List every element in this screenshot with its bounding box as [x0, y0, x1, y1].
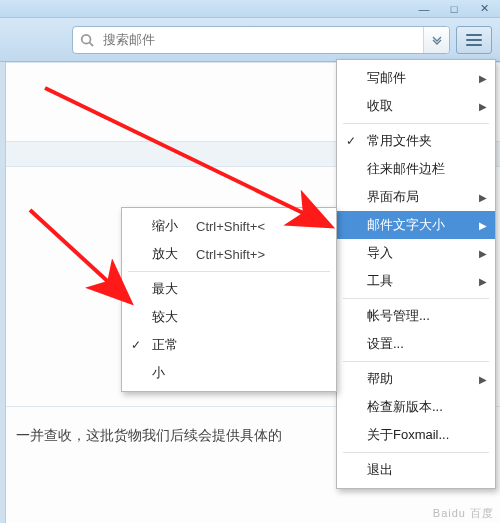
submenu-arrow-icon: ▶ [479, 73, 487, 84]
menu-item-label: 关于Foxmail... [367, 426, 449, 444]
menu-item[interactable]: 工具▶ [337, 267, 495, 295]
menu-item-label: 帮助 [367, 370, 393, 388]
menu-item[interactable]: 界面布局▶ [337, 183, 495, 211]
menu-item[interactable]: 关于Foxmail... [337, 421, 495, 449]
menu-item-label: 检查新版本... [367, 398, 443, 416]
menu-item-label: 帐号管理... [367, 307, 430, 325]
body-snippet-text: 一并查收，这批货物我们后续会提供具体的 [16, 427, 282, 443]
window-minimize-button[interactable]: — [410, 2, 438, 16]
menu-separator [128, 271, 330, 272]
check-icon: ✓ [131, 338, 141, 352]
submenu-item[interactable]: ✓正常 [122, 331, 336, 359]
window-titlebar: — □ ✕ [0, 0, 500, 18]
menu-item[interactable]: 设置... [337, 330, 495, 358]
menu-item-label: 界面布局 [367, 188, 419, 206]
menu-item[interactable]: 邮件文字大小▶ [337, 211, 495, 239]
submenu-arrow-icon: ▶ [479, 374, 487, 385]
search-dropdown-button[interactable] [423, 27, 449, 53]
menu-item-label: 收取 [367, 97, 393, 115]
menu-separator [343, 298, 489, 299]
menu-item-label: 设置... [367, 335, 404, 353]
main-menu-button[interactable] [456, 26, 492, 54]
menu-item[interactable]: 帐号管理... [337, 302, 495, 330]
font-size-submenu: 缩小Ctrl+Shift+<放大Ctrl+Shift+>最大较大✓正常小 [121, 207, 337, 392]
search-input[interactable] [101, 27, 423, 53]
menu-item[interactable]: 检查新版本... [337, 393, 495, 421]
menu-item[interactable]: 往来邮件边栏 [337, 155, 495, 183]
menu-item-label: 常用文件夹 [367, 132, 432, 150]
submenu-arrow-icon: ▶ [479, 192, 487, 203]
svg-point-0 [82, 34, 91, 43]
menu-item-label: 导入 [367, 244, 393, 262]
menu-item-label: 退出 [367, 461, 393, 479]
submenu-item[interactable]: 缩小Ctrl+Shift+< [122, 212, 336, 240]
submenu-item[interactable]: 放大Ctrl+Shift+> [122, 240, 336, 268]
menu-item-label: 邮件文字大小 [367, 216, 445, 234]
search-icon [73, 33, 101, 47]
menu-item-label: 工具 [367, 272, 393, 290]
submenu-arrow-icon: ▶ [479, 276, 487, 287]
submenu-item[interactable]: 较大 [122, 303, 336, 331]
menu-item[interactable]: 退出 [337, 456, 495, 484]
submenu-arrow-icon: ▶ [479, 220, 487, 231]
watermark: Baidu 百度 [433, 506, 494, 521]
menu-item-label: 往来邮件边栏 [367, 160, 445, 178]
menu-separator [343, 361, 489, 362]
submenu-item-label: 放大 [152, 245, 196, 263]
submenu-item-shortcut: Ctrl+Shift+> [196, 247, 265, 262]
check-icon: ✓ [346, 134, 356, 148]
submenu-item[interactable]: 最大 [122, 275, 336, 303]
submenu-item-shortcut: Ctrl+Shift+< [196, 219, 265, 234]
menu-item[interactable]: 写邮件▶ [337, 64, 495, 92]
submenu-arrow-icon: ▶ [479, 101, 487, 112]
menu-item[interactable]: 导入▶ [337, 239, 495, 267]
submenu-item-label: 缩小 [152, 217, 196, 235]
submenu-arrow-icon: ▶ [479, 248, 487, 259]
svg-line-1 [90, 42, 94, 46]
search-field[interactable] [72, 26, 450, 54]
window-maximize-button[interactable]: □ [440, 2, 468, 16]
menu-separator [343, 452, 489, 453]
submenu-item-label: 小 [152, 364, 196, 382]
submenu-item-label: 较大 [152, 308, 196, 326]
menu-item[interactable]: ✓常用文件夹 [337, 127, 495, 155]
menu-item[interactable]: 帮助▶ [337, 365, 495, 393]
menu-item[interactable]: 收取▶ [337, 92, 495, 120]
menu-separator [343, 123, 489, 124]
submenu-item[interactable]: 小 [122, 359, 336, 387]
submenu-item-label: 最大 [152, 280, 196, 298]
window-close-button[interactable]: ✕ [470, 2, 498, 16]
toolbar [0, 18, 500, 62]
submenu-item-label: 正常 [152, 336, 196, 354]
menu-item-label: 写邮件 [367, 69, 406, 87]
main-dropdown-menu: 写邮件▶收取▶✓常用文件夹往来邮件边栏界面布局▶邮件文字大小▶导入▶工具▶帐号管… [336, 59, 496, 489]
